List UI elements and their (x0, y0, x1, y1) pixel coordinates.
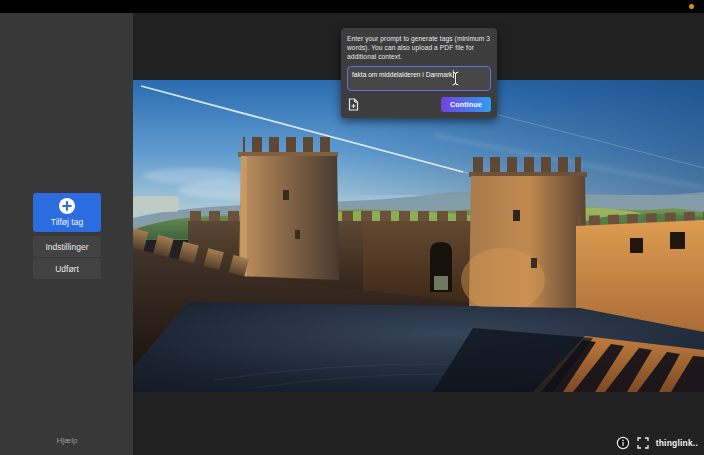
fullscreen-button[interactable] (637, 437, 649, 449)
window-topbar (0, 0, 704, 13)
done-button[interactable]: Udført (33, 258, 101, 279)
info-button[interactable] (616, 436, 630, 450)
fullscreen-icon (637, 437, 649, 449)
prompt-input-value: fakta om middelalderen i Danmark (352, 71, 452, 78)
ibeam-cursor-icon (451, 71, 460, 86)
dialog-footer: Continue (347, 97, 491, 112)
viewer-controls: thinglink.. (616, 436, 698, 450)
media-canvas[interactable] (133, 80, 704, 392)
editor-sidebar: Tilføj tag Indstillinger Udført Hjælp (0, 13, 133, 455)
add-tag-label: Tilføj tag (51, 217, 83, 227)
thinglink-logo: thinglink.. (656, 438, 698, 448)
info-icon (616, 436, 630, 450)
settings-label: Indstillinger (46, 242, 89, 252)
castle-image (133, 80, 704, 392)
settings-button[interactable]: Indstillinger (33, 236, 101, 257)
plus-icon (59, 198, 75, 214)
dialog-instructions: Enter your prompt to generate tags (mini… (347, 34, 491, 62)
file-plus-icon (348, 98, 359, 111)
generate-tags-dialog: Enter your prompt to generate tags (mini… (341, 28, 497, 118)
help-link[interactable]: Hjælp (33, 436, 101, 445)
done-label: Udført (55, 264, 79, 274)
add-tag-button[interactable]: Tilføj tag (33, 193, 101, 232)
prompt-input[interactable]: fakta om middelalderen i Danmark (347, 66, 491, 91)
continue-button[interactable]: Continue (441, 97, 491, 112)
upload-pdf-button[interactable] (347, 97, 360, 111)
recording-dot (689, 4, 694, 9)
